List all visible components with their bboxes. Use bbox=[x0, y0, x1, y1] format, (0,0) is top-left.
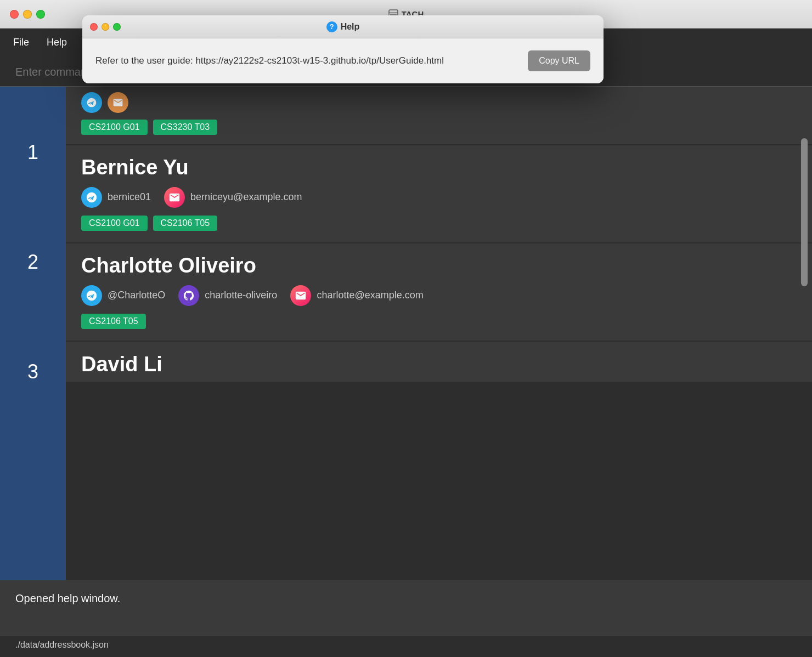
contact-3-github-handle: charlotte-oliveiro bbox=[205, 290, 277, 301]
help-modal-buttons[interactable] bbox=[90, 23, 121, 31]
tag: CS3230 T03 bbox=[153, 120, 218, 135]
contact-3-email: charlotte@example.com bbox=[290, 285, 423, 306]
contact-2-info: bernice01 berniceyu@example.com bbox=[81, 187, 797, 208]
contact-1-tags: CS2100 G01 CS3230 T03 bbox=[81, 120, 797, 135]
contact-2-email: berniceyu@example.com bbox=[164, 187, 302, 208]
help-maximize-button[interactable] bbox=[113, 23, 121, 31]
bottom-bar: ./data/addressbook.json bbox=[0, 635, 812, 654]
sidebar: 1 2 3 bbox=[0, 87, 66, 580]
status-message: Opened help window. bbox=[15, 592, 120, 604]
help-modal[interactable]: ? Help Refer to the user guide: https://… bbox=[82, 15, 604, 83]
sidebar-item-1: 1 bbox=[0, 98, 66, 207]
contact-3-tags: CS2106 T05 bbox=[81, 314, 797, 329]
contact-3-github: charlotte-oliveiro bbox=[178, 285, 277, 306]
help-modal-titlebar: ? Help bbox=[82, 15, 604, 38]
help-question-icon: ? bbox=[326, 21, 337, 32]
tag: CS2106 T05 bbox=[81, 314, 146, 329]
contact-list: CS2100 G01 CS3230 T03 Bernice Yu bernice… bbox=[66, 87, 812, 580]
contact-3-email-address: charlotte@example.com bbox=[317, 290, 423, 301]
contact-2-name: Bernice Yu bbox=[81, 156, 797, 179]
tag: CS2106 T05 bbox=[153, 216, 218, 231]
close-button[interactable] bbox=[10, 10, 19, 19]
tag: CS2100 G01 bbox=[81, 216, 148, 231]
help-modal-title: ? Help bbox=[326, 21, 360, 32]
github-icon-3 bbox=[178, 285, 199, 306]
minimize-button[interactable] bbox=[23, 10, 32, 19]
help-url-text: Refer to the user guide: https://ay2122s… bbox=[95, 54, 519, 67]
contact-card-3: Charlotte Oliveiro @CharlotteO charlotte… bbox=[66, 243, 812, 341]
telegram-icon-3 bbox=[81, 285, 102, 306]
email-icon-2 bbox=[164, 187, 185, 208]
contact-4-name: David Li bbox=[81, 353, 797, 376]
contact-card-1: CS2100 G01 CS3230 T03 bbox=[66, 87, 812, 144]
file-path: ./data/addressbook.json bbox=[15, 640, 109, 650]
contact-3-telegram: @CharlotteO bbox=[81, 285, 165, 306]
sidebar-item-3: 3 bbox=[0, 317, 66, 427]
main-area: 1 2 3 CS2100 G01 CS3230 T03 bbox=[0, 87, 812, 580]
contact-2-telegram-handle: bernice01 bbox=[108, 191, 151, 203]
contact-card-4-partial: David Li bbox=[66, 342, 812, 382]
contact-3-telegram-handle: @CharlotteO bbox=[108, 290, 165, 301]
title-bar-buttons[interactable] bbox=[10, 10, 45, 19]
contact-2-telegram: bernice01 bbox=[81, 187, 151, 208]
telegram-icon bbox=[86, 97, 97, 108]
status-bar: Opened help window. bbox=[0, 580, 812, 635]
help-close-button[interactable] bbox=[90, 23, 98, 31]
email-icon-1 bbox=[112, 97, 123, 108]
contact-2-tags: CS2100 G01 CS2106 T05 bbox=[81, 216, 797, 231]
contact-3-info: @CharlotteO charlotte-oliveiro charlotte… bbox=[81, 285, 797, 306]
copy-url-button[interactable]: Copy URL bbox=[528, 50, 590, 71]
contact-card-2: Bernice Yu bernice01 berniceyu@example.c… bbox=[66, 145, 812, 242]
contact-2-email-address: berniceyu@example.com bbox=[190, 191, 302, 203]
telegram-icon-2 bbox=[81, 187, 102, 208]
help-minimize-button[interactable] bbox=[101, 23, 109, 31]
maximize-button[interactable] bbox=[36, 10, 45, 19]
sidebar-item-2: 2 bbox=[0, 207, 66, 317]
email-icon-3 bbox=[290, 285, 311, 306]
scrollbar[interactable] bbox=[801, 138, 808, 286]
menu-help[interactable]: Help bbox=[47, 37, 67, 48]
contact-3-name: Charlotte Oliveiro bbox=[81, 254, 797, 277]
help-modal-body: Refer to the user guide: https://ay2122s… bbox=[82, 38, 604, 83]
menu-file[interactable]: File bbox=[13, 37, 29, 48]
tag: CS2100 G01 bbox=[81, 120, 148, 135]
